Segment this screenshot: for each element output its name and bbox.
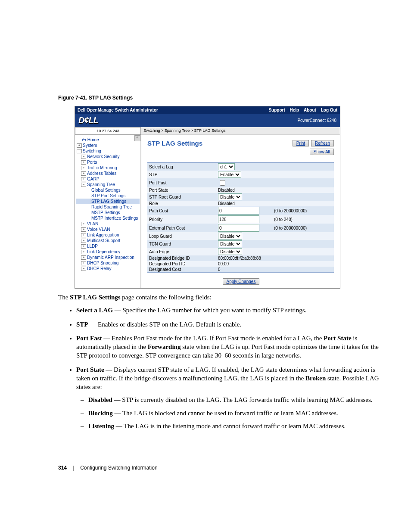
- scroll-up-icon[interactable]: ^: [134, 135, 140, 141]
- nav-label: Network Security: [87, 154, 120, 159]
- sub-list: Disabled — STP is currently disabled on …: [76, 395, 385, 430]
- select-stp[interactable]: Enable: [218, 171, 241, 178]
- select-stp-root-guard[interactable]: Disable: [218, 193, 242, 200]
- form-row: Loop GuardDisable: [147, 232, 334, 240]
- nav-item[interactable]: STP LAG Settings: [76, 199, 140, 204]
- desc: — Enables or disables STP on the LAG. De…: [88, 321, 242, 328]
- nav-label: Traffic Mirroring: [87, 165, 117, 170]
- nav-item[interactable]: −Spanning Tree: [76, 182, 140, 187]
- nav-item[interactable]: MSTP Interface Settings: [76, 215, 140, 221]
- input-priority[interactable]: [218, 215, 259, 223]
- input-external-path-cost[interactable]: [218, 224, 259, 232]
- desc: — The LAG is blocked and cannot be used …: [113, 410, 338, 417]
- term: Port State: [76, 366, 104, 373]
- form-value: Disable: [218, 240, 274, 247]
- nav-item[interactable]: Rapid Spanning Tree: [76, 204, 140, 210]
- expand-icon: +: [81, 267, 86, 271]
- form-row: Path Cost(0 to 200000000): [147, 206, 334, 215]
- form-row: Priority(0 to 240): [147, 215, 334, 224]
- desc: — Specifies the LAG number for which you…: [113, 307, 306, 314]
- nav-item[interactable]: +Link Dependency: [76, 249, 140, 255]
- form-value: Disable: [218, 248, 274, 255]
- help-link[interactable]: Help: [290, 108, 299, 112]
- form-value: 00:00: [218, 261, 274, 266]
- intro-text: The: [58, 294, 70, 301]
- nav-label: DHCP Snooping: [87, 261, 118, 265]
- intro-bold: STP LAG Settings: [70, 294, 121, 301]
- nav-item[interactable]: STP Port Settings: [76, 193, 140, 199]
- nav-label: MSTP Settings: [91, 210, 120, 215]
- nav-label: MSTP Interface Settings: [91, 216, 138, 221]
- term: Disabled: [88, 396, 112, 403]
- nav-item[interactable]: −Switching: [76, 148, 140, 154]
- form-row: Select a Lagch1: [147, 163, 334, 171]
- nav-item[interactable]: Global Settings: [76, 187, 140, 193]
- logout-link[interactable]: Log Out: [321, 108, 337, 112]
- form-hint: (0 to 200000000): [274, 226, 332, 230]
- desc: — Enables Port Fast mode for the LAG. If…: [102, 335, 324, 342]
- form-label: STP Root Guard: [149, 195, 218, 199]
- support-link[interactable]: Support: [268, 108, 285, 112]
- nav-item[interactable]: +Link Aggregation: [76, 232, 140, 238]
- form-label: Select a Lag: [149, 165, 218, 169]
- dell-logo: D¢LL: [78, 115, 98, 125]
- about-link[interactable]: About: [304, 108, 316, 112]
- form-row: TCN GuardDisable: [147, 240, 334, 248]
- nav-item[interactable]: MSTP Settings: [76, 210, 140, 215]
- form-label: Port Fast: [149, 180, 218, 185]
- nav-label: Address Tables: [87, 171, 116, 176]
- select-loop-guard[interactable]: Disable: [218, 233, 242, 240]
- nav-item[interactable]: +VLAN: [76, 221, 140, 227]
- expand-icon: +: [81, 227, 86, 232]
- term: STP: [76, 321, 88, 328]
- nav-item[interactable]: +DHCP Relay: [76, 266, 140, 271]
- collapse-icon: −: [77, 149, 82, 153]
- form-row: Port Fast: [147, 178, 334, 187]
- nav-item[interactable]: +LLDP: [76, 243, 140, 249]
- nav-item[interactable]: +Dynamic ARP Inspection: [76, 255, 140, 260]
- expand-icon: +: [81, 250, 86, 254]
- checkbox-port-fast[interactable]: [220, 180, 225, 186]
- content-panel: STP LAG Settings Print Refresh Show All …: [141, 135, 340, 288]
- select-tcn-guard[interactable]: Disable: [218, 240, 242, 247]
- nav-tree[interactable]: ^ 🗀 Home+System−Switching+Network Securi…: [75, 135, 141, 288]
- nav-item[interactable]: +System: [76, 143, 140, 148]
- nav-label: Link Aggregation: [87, 233, 119, 237]
- nav-item[interactable]: +Ports: [76, 159, 140, 165]
- print-button[interactable]: Print: [293, 140, 309, 146]
- figure-caption: Figure 7-41. STP LAG Settings: [58, 95, 385, 101]
- select-select-a-lag[interactable]: ch1: [218, 163, 235, 170]
- form-value: [218, 179, 274, 187]
- expand-icon: +: [81, 261, 86, 265]
- form-hint: (0 to 200000000): [274, 208, 332, 213]
- apply-changes-button[interactable]: Apply Changes: [223, 278, 260, 285]
- nav-label: Voice VLAN: [87, 227, 110, 232]
- expand-icon: +: [81, 155, 86, 159]
- form-label: STP: [149, 172, 218, 177]
- form-value: Enable: [218, 171, 274, 178]
- nav-label: Switching: [83, 149, 101, 153]
- nav-item[interactable]: +Address Tables: [76, 171, 140, 176]
- nav-item[interactable]: +Traffic Mirroring: [76, 165, 140, 171]
- nav-item[interactable]: +Multicast Support: [76, 238, 140, 243]
- form-value: Disable: [218, 193, 274, 200]
- footer-separator: |: [73, 465, 74, 471]
- expand-icon: +: [81, 166, 86, 170]
- form-label: Role: [149, 201, 218, 206]
- nav-item[interactable]: +DHCP Snooping: [76, 260, 140, 266]
- form-value: ch1: [218, 163, 274, 170]
- section-title: Configuring Switching Information: [80, 465, 157, 471]
- nav-item[interactable]: +Network Security: [76, 154, 140, 159]
- select-auto-edge[interactable]: Disable: [218, 248, 242, 255]
- nav-item[interactable]: +GARP: [76, 176, 140, 182]
- show-all-button[interactable]: Show All: [310, 149, 334, 155]
- refresh-button[interactable]: Refresh: [311, 140, 334, 146]
- term: Broken: [305, 375, 326, 382]
- input-path-cost[interactable]: [218, 207, 259, 215]
- form-row: External Path Cost(0 to 200000000): [147, 224, 334, 232]
- nav-item[interactable]: +Voice VLAN: [76, 227, 140, 232]
- form-label: TCN Guard: [149, 242, 218, 246]
- form-value: [218, 215, 274, 223]
- nav-item[interactable]: 🗀 Home: [76, 137, 140, 143]
- form-value: 0: [218, 267, 274, 272]
